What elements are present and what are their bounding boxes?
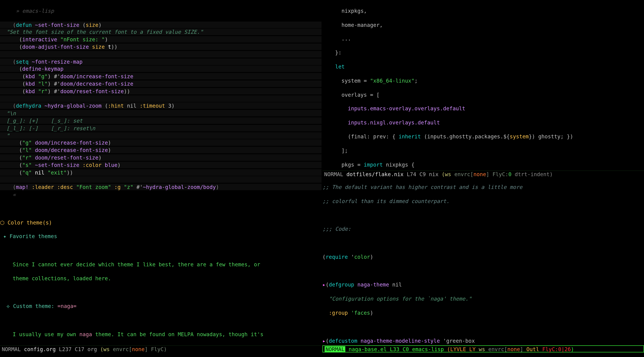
flycheck-count: 0|26 (558, 346, 571, 352)
evil-state: NORMAL (2, 346, 21, 352)
left-pane[interactable]: » emacs-lisp (defun ~set-font-size (size… (0, 0, 322, 345)
cursor-position: L237 C17 (59, 346, 84, 352)
org-block-begin: » emacs-lisp (0, 8, 322, 14)
evil-state: NORMAL (324, 171, 343, 178)
cursor-position: L74 C9 (407, 171, 426, 178)
heading-favorite-themes[interactable]: ✦ Favorite themes (3, 234, 57, 240)
fold-marker-icon[interactable]: ▸ (322, 338, 326, 344)
buffer-name: dotfiles/flake.nix (346, 171, 404, 178)
buffer-name: naga-base.el (349, 346, 387, 352)
right-top-pane[interactable]: nixpkgs, home-manager, ... }: let system… (322, 0, 644, 170)
major-mode: nix (429, 171, 438, 178)
major-mode: org (88, 346, 97, 352)
modeline-right-bottom: NORMAL naga-base.el L33 C0 emacs-lisp (L… (322, 346, 644, 352)
modeline-right-top: NORMAL dotfiles/flake.nix L74 C9 nix (ws… (322, 170, 644, 178)
modeline-left: NORMAL config.org L237 C17 org (ws envrc… (0, 346, 322, 352)
major-mode: emacs-lisp (412, 346, 444, 352)
heading-custom-theme[interactable]: ⟡ Custom theme: (0, 303, 58, 310)
heading-color-themes[interactable]: ⬡ Color theme(s) (0, 220, 52, 226)
cursor-position: L33 C0 (390, 346, 409, 352)
buffer-name: config.org (24, 346, 56, 352)
org-block-end: « (0, 191, 322, 198)
fold-marker-icon[interactable]: ▸ (322, 282, 326, 288)
evil-state: NORMAL (325, 346, 346, 352)
right-bottom-pane[interactable]: ;; The default variant has higher contra… (322, 176, 644, 345)
docstring: "Set the font size of the current font t… (0, 29, 203, 36)
current-line: (map! :leader :desc "Font zoom" :g "z" #… (0, 184, 322, 190)
